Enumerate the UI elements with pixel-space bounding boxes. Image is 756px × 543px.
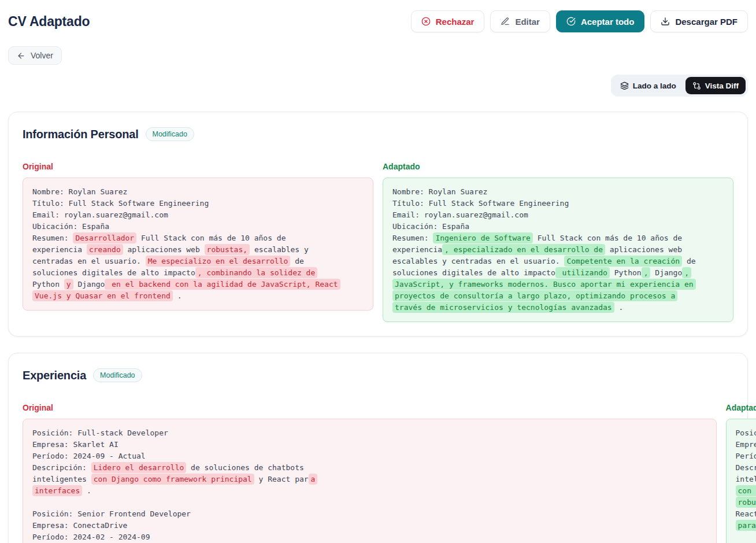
diff-line: soluciones digitales de alto impacto, co…: [32, 267, 364, 279]
section-title: Experiencia: [23, 369, 86, 382]
diff-line: Posición: Full-stack Developer: [32, 427, 707, 439]
diff-text: Ubicación: España: [392, 222, 469, 231]
original-column: Original Posición: Full-stack DeveloperE…: [23, 403, 717, 543]
diff-text: React: [736, 509, 756, 518]
section-card-experiencia: Experiencia Modificado Original Posición…: [8, 353, 748, 543]
diff-highlight: creando: [87, 244, 123, 255]
diff-highlight: Vue.js y Quasar en el frontend: [32, 290, 173, 301]
diff-text: Título: Full Stack Software Engineering: [32, 199, 209, 208]
diff-line: Descripción: Lidero el desarrollo de sol…: [32, 462, 707, 474]
edit-button-label: Editar: [515, 17, 540, 27]
adapted-label: Adaptado: [726, 403, 756, 413]
arrow-left-icon: [17, 51, 25, 60]
diff-highlight: proyectos de consultoría a largo plazo, …: [392, 290, 677, 301]
diff-text: Período: 2024-09 - Actual: [32, 452, 146, 460]
diff-text: Full Stack con más de 10 años de: [533, 234, 682, 242]
header: CV Adaptado Rechazar Editar Aceptar todo…: [0, 0, 756, 32]
back-button-label: Volver: [31, 51, 53, 60]
diff-line: Nombre: Roylan Suarez: [32, 186, 364, 198]
diff-highlight: a: [309, 474, 318, 485]
diff-text: soluciones digitales de alto impacto: [392, 268, 555, 277]
diff-line: Título: Full Stack Software Engineering: [392, 198, 724, 209]
diff-line: [736, 531, 756, 543]
diff-text: Python: [32, 280, 64, 289]
diff-text: escalables y centradas en el usuario.: [392, 257, 564, 265]
diff-highlight: y: [64, 279, 73, 290]
section-title: Información Personal: [23, 128, 139, 141]
diff-line: Resumen: Ingeniero de Software Full Stac…: [392, 232, 724, 244]
diff-line: Empresa: Skarlet AI: [736, 439, 756, 450]
diff-highlight: ,: [682, 267, 691, 278]
diff-line: inteligentes con Django como framework p…: [32, 474, 707, 485]
diff-line: Período: 2024-09 - Actual: [32, 450, 707, 462]
diff-text: Posición: Senior Frontend Developer: [32, 509, 191, 518]
diff-line: inteligentes utilizando Django y React, …: [736, 474, 756, 485]
section-header: Experiencia Modificado: [23, 367, 733, 383]
diff-text: Período: 2024-09 - Actual: [736, 452, 756, 460]
side-by-side-toggle[interactable]: Lado a lado: [613, 77, 683, 94]
diff-text: y React par: [254, 475, 309, 483]
diff-highlight: JavaScript, y frameworks modernos. Busco…: [392, 279, 696, 290]
diff-highlight: través de microservicios y tecnologías a…: [392, 302, 614, 313]
diff-highlight: robustas,: [205, 244, 250, 255]
diff-line: Período: 2024-02 - 2024-09: [32, 531, 707, 543]
comparison-columns: Original Nombre: Roylan SuarezTítulo: Fu…: [23, 162, 733, 322]
back-button[interactable]: Volver: [8, 46, 62, 65]
diff-text: Django: [73, 280, 105, 289]
diff-line: para la gestión de múltiples canales de …: [736, 520, 756, 531]
diff-text: de: [290, 257, 303, 265]
diff-text: inteligentes: [736, 475, 756, 483]
diff-text: Posición: Full-stack Developer: [32, 429, 168, 437]
modified-badge: Modificado: [146, 127, 194, 141]
diff-text: experiencia: [32, 245, 87, 254]
diff-text: Ubicación: España: [32, 222, 109, 231]
back-row: Volver: [0, 46, 756, 65]
download-pdf-button[interactable]: Descargar PDF: [650, 10, 748, 32]
diff-text: experiencia: [392, 245, 442, 254]
adapted-label: Adaptado: [383, 162, 733, 172]
diff-text: Email: roylan.suarez@gmail.com: [32, 210, 168, 219]
git-compare-icon: [692, 82, 701, 90]
diff-text: Título: Full Stack Software Engineering: [392, 199, 569, 208]
diff-line: robusto para plataformas de alto tráfico…: [736, 497, 756, 508]
diff-line: Python y Django en el backend con la agi…: [32, 279, 364, 290]
diff-text: Descripción:: [32, 463, 91, 472]
diff-highlight: Me especializo en el desarrollo: [146, 256, 291, 267]
diff-line: [32, 497, 707, 508]
diff-line: soluciones digitales de alto impacto uti…: [392, 267, 724, 279]
diff-line: través de microservicios y tecnologías a…: [392, 302, 724, 313]
diff-text: de: [682, 257, 695, 265]
diff-line: Nombre: Roylan Suarez: [392, 186, 724, 198]
diff-text: .: [173, 291, 182, 300]
diff-highlight: Ingeniero de Software: [433, 232, 532, 243]
pencil-icon: [501, 17, 510, 26]
diff-text: Empresa: Skarlet AI: [32, 440, 118, 449]
diff-text: Empresa: Skarlet AI: [736, 440, 756, 449]
diff-view-toggle[interactable]: Vista Diff: [685, 77, 746, 94]
original-column: Original Nombre: Roylan SuarezTítulo: Fu…: [23, 162, 373, 311]
diff-line: con usuarios y optimizando el flujo de v…: [736, 485, 756, 497]
accept-all-button[interactable]: Aceptar todo: [556, 10, 645, 32]
reject-button[interactable]: Rechazar: [411, 10, 485, 32]
diff-line: proyectos de consultoría a largo plazo, …: [392, 290, 724, 302]
view-toggle-row: Lado a lado Vista Diff: [0, 75, 756, 97]
diff-line: Email: roylan.suarez@gmail.com: [32, 209, 364, 221]
diff-line: Ubicación: España: [32, 221, 364, 232]
diff-text: de soluciones de chatbots: [186, 463, 304, 472]
edit-button[interactable]: Editar: [490, 10, 550, 32]
diff-highlight: con Django como framework principal: [91, 474, 254, 485]
section-card-informacion-personal: Información Personal Modificado Original…: [8, 112, 748, 337]
diff-line: Vue.js y Quasar en el frontend .: [32, 290, 364, 302]
diff-line: Posición: Senior Frontend Developer: [32, 508, 707, 520]
diff-text: Python: [610, 268, 642, 277]
check-circle-icon: [566, 17, 576, 26]
diff-text: escalables y: [250, 245, 309, 254]
diff-line: React, y participé en la creación de una…: [736, 508, 756, 520]
diff-line: escalables y centradas en el usuario. Co…: [392, 256, 724, 267]
layers-icon: [620, 82, 629, 90]
modified-badge: Modificado: [93, 368, 142, 382]
diff-line: Email: roylan.suarez@gmail.com: [392, 209, 724, 221]
diff-text: Django: [650, 268, 682, 277]
adapted-column: Adaptado Nombre: Roylan SuarezTítulo: Fu…: [383, 162, 733, 322]
diff-highlight: , especializado en el desarrollo de: [442, 244, 605, 255]
